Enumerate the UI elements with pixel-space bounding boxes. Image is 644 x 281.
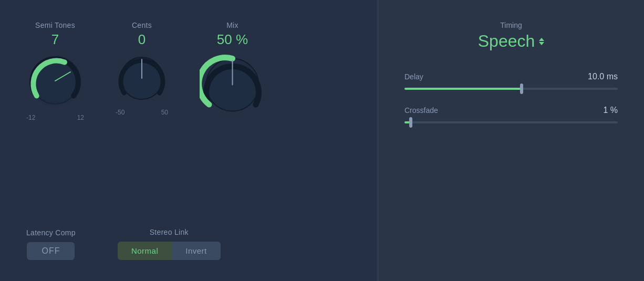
crossfade-section: Crossfade 1 % (404, 106, 618, 123)
semi-tones-group: Semi Tones 7 -12 1 (26, 21, 84, 121)
bottom-row: Latency Comp OFF Stereo Link Normal Inve… (26, 228, 362, 260)
mix-value: 50 % (217, 32, 248, 48)
delay-header: Delay 10.0 ms (404, 72, 618, 81)
stereo-link-normal-button[interactable]: Normal (118, 242, 172, 260)
left-panel: Semi Tones 7 -12 1 (0, 0, 378, 281)
cents-knob[interactable] (116, 52, 168, 105)
timing-label: Timing (404, 21, 618, 29)
delay-slider[interactable] (404, 88, 618, 90)
cents-range: -50 50 (116, 109, 168, 116)
mix-group: Mix 50 % (200, 21, 265, 122)
crossfade-slider[interactable] (404, 121, 618, 123)
stereo-link-label: Stereo Link (150, 228, 189, 236)
delay-value: 10.0 ms (588, 72, 618, 81)
crossfade-value: 1 % (603, 106, 618, 115)
crossfade-header: Crossfade 1 % (404, 106, 618, 115)
stereo-link-buttons: Normal Invert (118, 242, 221, 260)
delay-section: Delay 10.0 ms (404, 72, 618, 90)
latency-comp-button[interactable]: OFF (27, 242, 75, 260)
stereo-link-invert-button[interactable]: Invert (172, 242, 221, 260)
stereo-link-group: Stereo Link Normal Invert (118, 228, 221, 260)
semi-tones-value: 7 (51, 32, 59, 48)
semi-tones-label: Semi Tones (35, 21, 75, 29)
semi-tones-range: -12 12 (26, 114, 84, 121)
delay-thumb[interactable] (520, 84, 523, 94)
cents-value: 0 (138, 32, 146, 48)
mix-label: Mix (226, 21, 238, 29)
crossfade-label: Crossfade (404, 106, 438, 115)
timing-text: Speech (478, 32, 535, 51)
delay-label: Delay (404, 72, 423, 81)
arrow-down-icon[interactable] (539, 42, 544, 45)
latency-comp-group: Latency Comp OFF (26, 228, 76, 260)
crossfade-thumb[interactable] (409, 117, 412, 128)
delay-fill (404, 88, 522, 90)
timing-value[interactable]: Speech (404, 32, 618, 51)
latency-comp-label: Latency Comp (26, 228, 76, 237)
mix-knob[interactable] (200, 52, 265, 118)
cents-label: Cents (132, 21, 152, 29)
semi-tones-knob[interactable] (26, 52, 84, 110)
timing-section: Timing Speech (404, 21, 618, 51)
cents-group: Cents 0 -50 50 (116, 21, 168, 116)
knobs-row: Semi Tones 7 -12 1 (26, 21, 362, 122)
timing-arrows[interactable] (539, 38, 544, 45)
arrow-up-icon[interactable] (539, 38, 544, 41)
right-panel: Timing Speech Delay 10.0 ms Crossfade 1 … (378, 0, 644, 281)
